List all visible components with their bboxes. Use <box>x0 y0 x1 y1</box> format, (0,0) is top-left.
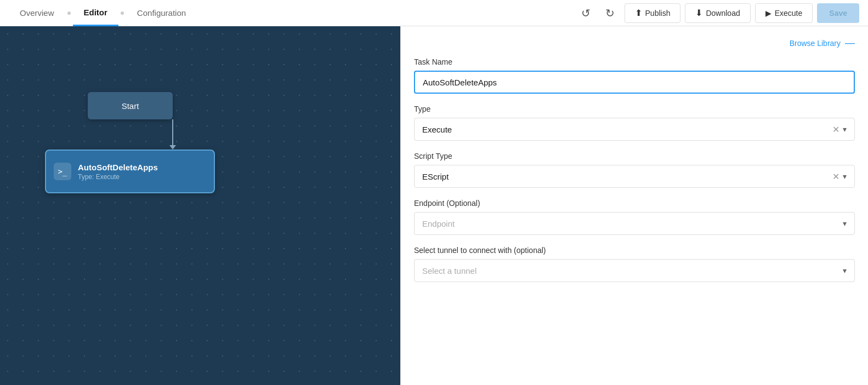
arrow-head <box>169 145 176 150</box>
tunnel-chevron-icon[interactable]: ▾ <box>843 266 847 275</box>
task-node-icon: >_ <box>54 163 71 180</box>
tunnel-select[interactable]: Select a tunnel ▾ <box>414 259 855 282</box>
endpoint-select[interactable]: Endpoint ▾ <box>414 212 855 235</box>
type-select-icons: ✕ ▾ <box>832 124 847 135</box>
publish-button[interactable]: ⬆ Publish <box>625 3 681 23</box>
task-node[interactable]: >_ AutoSoftDeleteApps Type: Execute <box>45 150 215 193</box>
task-name-input[interactable] <box>414 71 855 94</box>
endpoint-group: Endpoint (Optional) Endpoint ▾ <box>414 199 855 235</box>
tab-editor[interactable]: Editor <box>73 0 118 26</box>
start-node[interactable]: Start <box>88 92 173 119</box>
publish-icon: ⬆ <box>635 8 642 18</box>
endpoint-chevron-icon[interactable]: ▾ <box>843 219 847 228</box>
collapse-button[interactable]: — <box>845 37 855 49</box>
nav-tabs: Overview Editor Configuration <box>9 0 197 26</box>
endpoint-select-icons: ▾ <box>843 219 847 228</box>
arrow-line <box>172 119 173 145</box>
execute-button[interactable]: ▶ Execute <box>755 3 813 23</box>
browse-library-link[interactable]: Browse Library <box>790 39 841 48</box>
panel-header: Browse Library — <box>414 37 855 49</box>
nav-dot-1 <box>67 12 71 15</box>
tunnel-group: Select tunnel to connect with (optional)… <box>414 246 855 282</box>
task-node-type: Type: Execute <box>78 173 158 181</box>
script-type-label: Script Type <box>414 152 855 160</box>
type-chevron-icon[interactable]: ▾ <box>843 125 847 134</box>
type-select[interactable]: Execute ✕ ▾ <box>414 118 855 141</box>
tunnel-value: Select a tunnel <box>422 266 476 275</box>
download-icon: ⬇ <box>695 8 702 18</box>
right-panel: Browse Library — Task Name Type Execute … <box>400 26 868 385</box>
task-node-name: AutoSoftDeleteApps <box>78 163 158 172</box>
undo-button[interactable]: ↺ <box>576 3 596 23</box>
task-name-label: Task Name <box>414 58 855 66</box>
tab-configuration[interactable]: Configuration <box>126 0 197 26</box>
script-type-select[interactable]: EScript ✕ ▾ <box>414 165 855 188</box>
script-type-chevron-icon[interactable]: ▾ <box>843 172 847 181</box>
type-group: Type Execute ✕ ▾ <box>414 105 855 141</box>
save-button[interactable]: Save <box>817 3 859 23</box>
tunnel-select-icons: ▾ <box>843 266 847 275</box>
endpoint-label: Endpoint (Optional) <box>414 199 855 208</box>
redo-button[interactable]: ↻ <box>600 3 620 23</box>
task-name-group: Task Name <box>414 58 855 94</box>
download-button[interactable]: ⬇ Download <box>685 3 750 23</box>
top-nav: Overview Editor Configuration ↺ ↻ ⬆ Publ… <box>0 0 868 26</box>
task-node-info: AutoSoftDeleteApps Type: Execute <box>78 163 158 181</box>
main-content: Start >_ AutoSoftDeleteApps Type: Execut… <box>0 26 868 385</box>
script-type-clear-icon[interactable]: ✕ <box>832 171 839 182</box>
canvas-area[interactable]: Start >_ AutoSoftDeleteApps Type: Execut… <box>0 26 400 385</box>
type-clear-icon[interactable]: ✕ <box>832 124 839 135</box>
execute-icon: ▶ <box>765 9 771 18</box>
flow-container: Start >_ AutoSoftDeleteApps Type: Execut… <box>88 92 258 193</box>
nav-actions: ↺ ↻ ⬆ Publish ⬇ Download ▶ Execute Save <box>576 3 859 23</box>
script-type-group: Script Type EScript ✕ ▾ <box>414 152 855 188</box>
flow-arrow <box>88 119 258 150</box>
tunnel-label: Select tunnel to connect with (optional) <box>414 246 855 255</box>
type-value: Execute <box>422 125 452 134</box>
endpoint-value: Endpoint <box>422 219 455 228</box>
tab-overview[interactable]: Overview <box>9 0 65 26</box>
script-type-value: EScript <box>422 172 449 181</box>
script-type-select-icons: ✕ ▾ <box>832 171 847 182</box>
type-label: Type <box>414 105 855 113</box>
nav-dot-2 <box>121 12 124 15</box>
